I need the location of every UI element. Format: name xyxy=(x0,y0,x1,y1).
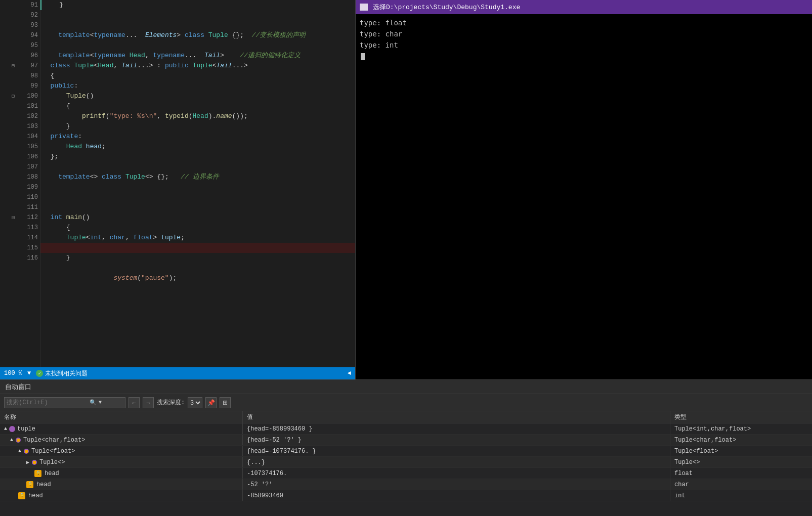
var-icon-tuple-float xyxy=(23,448,29,454)
editor-status-bar: 100 % ▼ ✓ 未找到相关问题 ◄ xyxy=(0,367,355,379)
code-line-105: Head head; xyxy=(40,142,355,152)
var-icon-tuple-char-float xyxy=(15,437,21,443)
var-type-tuple-empty: Tuple<> xyxy=(670,457,812,467)
expand-icon-tuple-char-float[interactable]: ▲ xyxy=(10,437,13,443)
code-line-113: { xyxy=(40,223,355,233)
no-issues-indicator: ✓ 未找到相关问题 xyxy=(36,369,88,378)
line-num-100: ⊟100 xyxy=(10,91,40,101)
code-content[interactable]: } template<typename... Elements> class T… xyxy=(40,0,355,367)
search-input[interactable] xyxy=(7,399,88,406)
console-title: 选择D:\projects\Study\Debug\Study1.exe xyxy=(373,3,520,12)
code-line-104: private: xyxy=(40,132,355,142)
var-value-tuple: {head=-858993460 } xyxy=(243,423,670,434)
spacer-head-float xyxy=(26,470,32,477)
search-icon: 🔍 xyxy=(90,399,97,406)
console-titlebar: 选择D:\projects\Study\Debug\Study1.exe xyxy=(356,0,812,14)
var-value-tuple-float: {head=-107374176. } xyxy=(243,446,670,456)
var-table-body: ▲ tuple {head=-858993460 } Tuple<int,cha… xyxy=(0,423,812,516)
code-line-111 xyxy=(40,202,355,212)
var-row-tuple-char-float[interactable]: ▲ Tuple<char,float> {head=-52 '?' } Tupl… xyxy=(0,435,812,446)
var-label-tuple-float: Tuple<float> xyxy=(31,448,75,455)
var-row-head-float[interactable]: 🔒 head -107374176. float xyxy=(0,468,812,479)
search-prev-button[interactable]: ← xyxy=(129,397,140,408)
line-num-93: 93 xyxy=(10,20,40,30)
grid-button[interactable]: ⊞ xyxy=(220,397,231,408)
line-num-108: 108 xyxy=(10,172,40,182)
var-type-head-int: int xyxy=(670,490,812,501)
var-label-head-float: head xyxy=(45,470,59,477)
code-line-102: printf("type: %s\n", typeid(Head).name()… xyxy=(40,111,355,121)
line-num-101: 101 xyxy=(10,101,40,111)
var-name-head-int: 🔒 head xyxy=(0,490,243,501)
code-line-94: template<typename... Elements> class Tup… xyxy=(40,30,355,40)
code-line-106: }; xyxy=(40,152,355,162)
search-depth-label: 搜索深度: xyxy=(157,398,185,407)
var-value-head-float: -107374176. xyxy=(243,468,670,479)
debug-section: 自动窗口 🔍 ▼ ← → 搜索深度: 3 1 2 4 5 📌 ⊞ 名称 xyxy=(0,379,812,516)
var-type-tuple-char-float: Tuple<char,float> xyxy=(670,435,812,445)
expand-icon-tuple[interactable]: ▲ xyxy=(4,426,7,432)
code-line-108: template<> class Tuple<> {}; // 边界条件 xyxy=(40,172,355,182)
line-num-115: 115 xyxy=(10,243,40,253)
search-input-wrap[interactable]: 🔍 ▼ xyxy=(4,397,125,408)
code-area: 91 92 93 94 95 96 ⊟97 98 99 ⊟100 101 102 xyxy=(0,0,355,367)
line-num-106: 106 xyxy=(10,152,40,162)
code-line-96: template<typename Head, typename... Tail… xyxy=(40,51,355,61)
zoom-level[interactable]: 100 % xyxy=(4,370,22,377)
console-body[interactable]: type: float type: char type: int xyxy=(356,14,812,379)
var-icon-tuple-empty xyxy=(31,459,37,465)
line-num-103: 103 xyxy=(10,121,40,132)
var-label-tuple-empty: Tuple<> xyxy=(39,459,65,466)
var-row-tuple[interactable]: ▲ tuple {head=-858993460 } Tuple<int,cha… xyxy=(0,423,812,435)
code-line-92 xyxy=(40,10,355,20)
line-num-110: 110 xyxy=(10,192,40,202)
var-name-tuple-empty: ▶ Tuple<> xyxy=(0,457,243,467)
code-line-114: Tuple<int, char, float> tuple; xyxy=(40,233,355,243)
auto-window-titlebar: 自动窗口 xyxy=(0,380,812,394)
lock-icon-head-int: 🔒 xyxy=(18,492,25,499)
col-header-value: 值 xyxy=(243,411,670,423)
line-num-109: 109 xyxy=(10,182,40,192)
var-row-tuple-float[interactable]: ▲ Tuple<float> {head=-107374176. } Tuple… xyxy=(0,446,812,457)
col-header-name: 名称 xyxy=(0,411,243,423)
var-type-tuple: Tuple<int,char,float> xyxy=(670,423,812,434)
line-num-92: 92 xyxy=(10,10,40,20)
expand-icon-tuple-float[interactable]: ▲ xyxy=(18,448,21,454)
main-container: 91 92 93 94 95 96 ⊟97 98 99 ⊟100 101 102 xyxy=(0,0,812,516)
line-num-95: 95 xyxy=(10,40,40,51)
zoom-dropdown-icon[interactable]: ▼ xyxy=(27,370,31,377)
var-label-head-int: head xyxy=(28,492,43,499)
line-num-96: 96 xyxy=(10,51,40,61)
var-row-tuple-empty[interactable]: ▶ Tuple<> {...} Tuple<> xyxy=(0,457,812,468)
var-label-tuple: tuple xyxy=(17,425,35,433)
code-line-115: system("pause"); xyxy=(40,243,355,253)
var-type-head-char: char xyxy=(670,479,812,490)
var-name-head-float: 🔒 head xyxy=(0,468,243,479)
no-issues-text: 未找到相关问题 xyxy=(45,369,88,378)
var-row-head-char[interactable]: 🔒 head -52 '?' char xyxy=(0,479,812,490)
line-num-114: 114 xyxy=(10,233,40,243)
console-window-icon xyxy=(360,4,368,11)
search-dropdown-icon[interactable]: ▼ xyxy=(99,400,102,405)
var-type-tuple-float: Tuple<float> xyxy=(670,446,812,456)
check-icon: ✓ xyxy=(36,370,43,377)
scroll-arrow[interactable]: ◄ xyxy=(348,370,351,377)
code-line-97: class Tuple<Head, Tail...> : public Tupl… xyxy=(40,61,355,71)
search-bar: 🔍 ▼ ← → 搜索深度: 3 1 2 4 5 📌 ⊞ xyxy=(0,394,812,411)
code-panel: 91 92 93 94 95 96 ⊟97 98 99 ⊟100 101 102 xyxy=(0,0,356,379)
code-line-93 xyxy=(40,20,355,30)
line-number-gutter: 91 92 93 94 95 96 ⊟97 98 99 ⊟100 101 102 xyxy=(10,0,40,367)
left-gutter-strip xyxy=(0,0,10,367)
var-icon-tuple xyxy=(9,426,15,432)
line-num-113: 113 xyxy=(10,223,40,233)
search-next-button[interactable]: → xyxy=(143,397,154,408)
search-depth-select[interactable]: 3 1 2 4 5 xyxy=(188,397,202,408)
var-value-tuple-empty: {...} xyxy=(243,457,670,467)
expand-icon-tuple-empty[interactable]: ▶ xyxy=(26,459,29,465)
pin-button[interactable]: 📌 xyxy=(205,397,217,408)
code-line-112: int main() xyxy=(40,212,355,223)
lock-icon-head-char: 🔒 xyxy=(26,481,33,488)
console-line-2: type: char xyxy=(360,28,808,39)
var-row-head-int[interactable]: 🔒 head -858993460 int xyxy=(0,490,812,501)
var-value-head-int: -858993460 xyxy=(243,490,670,501)
